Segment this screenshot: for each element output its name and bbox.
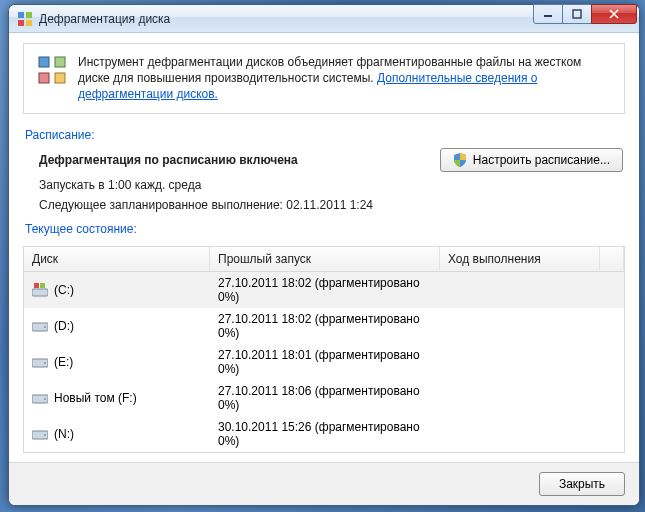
svg-point-20: [44, 434, 46, 436]
svg-rect-1: [26, 12, 32, 18]
schedule-run-at: Запускать в 1:00 кажд. среда: [39, 178, 623, 192]
shield-icon: [453, 153, 467, 167]
info-banner: Инструмент дефрагментации дисков объедин…: [23, 43, 625, 114]
schedule-next-run: Следующее запланированное выполнение: 02…: [39, 198, 623, 212]
disk-progress: [440, 432, 600, 436]
close-dialog-button[interactable]: Закрыть: [539, 472, 625, 496]
footer: Закрыть: [9, 462, 639, 505]
drive-icon: [32, 319, 48, 333]
disk-name: (C:): [54, 283, 74, 297]
windows-drive-icon: [32, 283, 48, 297]
svg-rect-9: [55, 73, 65, 83]
table-row[interactable]: (C:)27.10.2011 18:02 (фрагментировано 0%…: [24, 272, 624, 308]
disk-last-run: 27.10.2011 18:02 (фрагментировано 0%): [210, 310, 440, 342]
maximize-icon: [572, 9, 582, 19]
col-progress-header[interactable]: Ход выполнения: [440, 247, 600, 271]
disk-last-run: 27.10.2011 18:01 (фрагментировано 0%): [210, 346, 440, 378]
table-row[interactable]: (E:)27.10.2011 18:01 (фрагментировано 0%…: [24, 344, 624, 380]
svg-point-16: [44, 362, 46, 364]
svg-rect-0: [18, 12, 24, 18]
disk-progress: [440, 288, 600, 292]
disk-last-run: 30.10.2011 15:26 (фрагментировано 0%): [210, 418, 440, 450]
svg-rect-12: [40, 283, 45, 288]
defrag-info-icon: [36, 54, 68, 86]
table-header: Диск Прошлый запуск Ход выполнения: [24, 247, 624, 272]
current-state-label: Текущее состояние:: [25, 222, 625, 236]
titlebar[interactable]: Дефрагментация диска: [9, 5, 639, 33]
close-dialog-label: Закрыть: [559, 477, 605, 491]
defrag-app-icon: [17, 11, 33, 27]
schedule-status-on: Дефрагментация по расписанию включена: [39, 153, 440, 167]
col-disk-header[interactable]: Диск: [24, 247, 210, 271]
drive-icon: [32, 391, 48, 405]
window-button-group: [534, 4, 637, 24]
minimize-button[interactable]: [533, 4, 563, 24]
drive-icon: [32, 355, 48, 369]
svg-rect-3: [26, 20, 32, 26]
info-text: Инструмент дефрагментации дисков объедин…: [78, 54, 612, 103]
close-icon: [608, 9, 620, 19]
col-spacer-header: [600, 247, 624, 271]
minimize-icon: [543, 9, 553, 19]
disk-last-run: 27.10.2011 18:06 (фрагментировано 0%): [210, 382, 440, 414]
content-area: Инструмент дефрагментации дисков объедин…: [9, 33, 639, 462]
window-title: Дефрагментация диска: [39, 12, 170, 26]
disk-progress: [440, 324, 600, 328]
drive-icon: [32, 427, 48, 441]
configure-schedule-button[interactable]: Настроить расписание...: [440, 148, 623, 172]
disk-name: (D:): [54, 319, 74, 333]
svg-rect-6: [39, 57, 49, 67]
schedule-block: Дефрагментация по расписанию включена На…: [23, 148, 625, 218]
configure-schedule-label: Настроить расписание...: [473, 153, 610, 167]
table-row[interactable]: Новый том (F:)27.10.2011 18:06 (фрагмент…: [24, 380, 624, 416]
maximize-button[interactable]: [562, 4, 592, 24]
disk-table: Диск Прошлый запуск Ход выполнения (C:)2…: [23, 246, 625, 453]
schedule-section-label: Расписание:: [25, 128, 625, 142]
disk-name: (E:): [54, 355, 73, 369]
svg-rect-8: [39, 73, 49, 83]
disk-last-run: 27.10.2011 18:02 (фрагментировано 0%): [210, 274, 440, 306]
table-row[interactable]: (N:)30.10.2011 15:26 (фрагментировано 0%…: [24, 416, 624, 452]
svg-point-14: [44, 326, 46, 328]
disk-progress: [440, 396, 600, 400]
svg-rect-10: [32, 289, 48, 296]
table-row[interactable]: (D:)27.10.2011 18:02 (фрагментировано 0%…: [24, 308, 624, 344]
schedule-status-row: Дефрагментация по расписанию включена На…: [39, 148, 623, 172]
svg-rect-7: [55, 57, 65, 67]
svg-rect-2: [18, 20, 24, 26]
disk-name: (N:): [54, 427, 74, 441]
close-button[interactable]: [591, 4, 637, 24]
disk-progress: [440, 360, 600, 364]
svg-rect-11: [34, 283, 39, 288]
col-last-header[interactable]: Прошлый запуск: [210, 247, 440, 271]
table-body: (C:)27.10.2011 18:02 (фрагментировано 0%…: [24, 272, 624, 452]
window-frame: Дефрагментация диска Инструмент дефрагме…: [8, 4, 640, 506]
svg-rect-4: [544, 15, 552, 17]
svg-rect-5: [573, 10, 581, 18]
disk-name: Новый том (F:): [54, 391, 137, 405]
svg-point-18: [44, 398, 46, 400]
